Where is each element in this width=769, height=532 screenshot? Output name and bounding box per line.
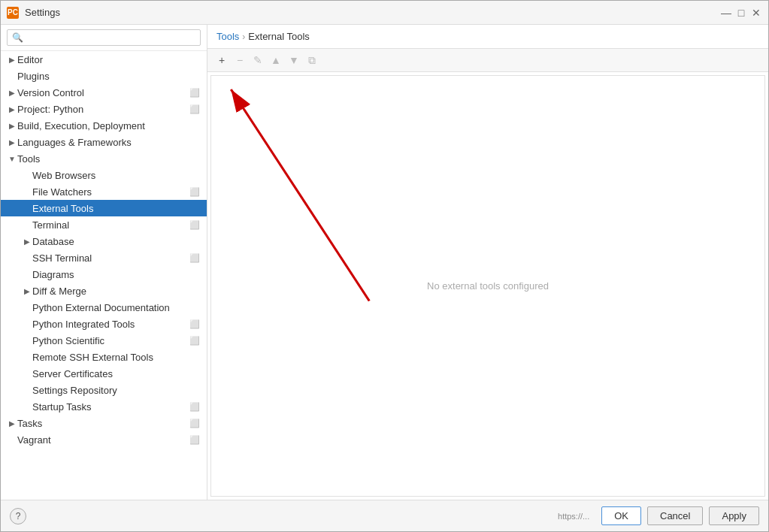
bottom-bar: ? https://... OK Cancel Apply — [1, 500, 768, 531]
expand-icon: ▶ — [7, 87, 17, 98]
sidebar-item-label: Tasks — [17, 418, 189, 429]
sidebar-item-build-execution[interactable]: ▶ Build, Execution, Deployment — [1, 117, 207, 134]
content-area: No external tools configured — [210, 75, 765, 497]
ok-button[interactable]: OK — [601, 506, 641, 525]
help-button[interactable]: ? — [10, 508, 26, 524]
sidebar-item-plugins[interactable]: ▶ Plugins — [1, 68, 207, 84]
sidebar-item-diff-merge[interactable]: ▶ Diff & Merge — [1, 283, 207, 299]
title-bar-left: PC Settings — [7, 7, 60, 19]
right-panel: Tools › External Tools + − ✎ ▲ ▼ ⧉ No ex… — [207, 25, 768, 500]
add-button[interactable]: + — [213, 52, 230, 68]
expand-icon: ▶ — [7, 104, 17, 114]
sidebar-item-tools[interactable]: ▼ Tools — [1, 150, 207, 167]
title-bar: PC Settings — □ ✕ — [1, 1, 768, 25]
sidebar-item-project-python[interactable]: ▶ Project: Python ⬜ — [1, 101, 207, 117]
expand-icon: ▶ — [7, 137, 17, 147]
badge-icon: ⬜ — [189, 318, 201, 330]
badge-icon: ⬜ — [189, 86, 201, 98]
remove-button[interactable]: − — [232, 52, 248, 68]
badge-icon: ⬜ — [189, 434, 201, 446]
breadcrumb-parent[interactable]: Tools — [216, 31, 239, 42]
sidebar-item-label: Tools — [17, 153, 201, 165]
sidebar-item-label: Web Browsers — [32, 170, 201, 181]
sidebar-item-label: Terminal — [32, 219, 189, 231]
sidebar-item-label: Version Control — [17, 87, 189, 98]
sidebar-item-tasks[interactable]: ▶ Tasks ⬜ — [1, 415, 207, 431]
sidebar-item-vagrant[interactable]: ▶ Vagrant ⬜ — [1, 431, 207, 448]
badge-icon: ⬜ — [189, 401, 201, 413]
toolbar: + − ✎ ▲ ▼ ⧉ — [207, 49, 768, 72]
sidebar-item-web-browsers[interactable]: ▶ Web Browsers — [1, 167, 207, 183]
badge-icon: ⬜ — [189, 103, 201, 115]
sidebar-item-remote-ssh[interactable]: ▶ Remote SSH External Tools — [1, 349, 207, 365]
move-down-button[interactable]: ▼ — [286, 52, 302, 68]
breadcrumb-separator: › — [242, 32, 245, 42]
app-icon: PC — [7, 7, 19, 19]
badge-icon: ⬜ — [189, 417, 201, 429]
sidebar-item-label: Startup Tasks — [32, 401, 189, 413]
sidebar-item-label: SSH Terminal — [32, 252, 189, 264]
nav-tree: ▶ Editor ▶ Plugins ▶ Version Control ⬜ ▶ — [1, 51, 207, 500]
expand-icon: ▶ — [7, 418, 17, 428]
sidebar-item-file-watchers[interactable]: ▶ File Watchers ⬜ — [1, 183, 207, 200]
close-button[interactable]: ✕ — [750, 7, 762, 19]
svg-line-1 — [231, 89, 369, 301]
sidebar-item-label: External Tools — [32, 203, 201, 214]
sidebar-item-label: Settings Repository — [32, 385, 201, 396]
sidebar-item-label: Python Scientific — [32, 335, 189, 346]
sidebar-item-languages-frameworks[interactable]: ▶ Languages & Frameworks — [1, 134, 207, 150]
window-title: Settings — [25, 7, 60, 18]
sidebar-item-diagrams[interactable]: ▶ Diagrams — [1, 266, 207, 283]
expand-icon: ▶ — [7, 120, 17, 131]
sidebar-item-editor[interactable]: ▶ Editor — [1, 51, 207, 68]
apply-button[interactable]: Apply — [709, 506, 759, 525]
status-text: https://... — [558, 512, 589, 521]
sidebar-item-settings-repository[interactable]: ▶ Settings Repository — [1, 382, 207, 398]
sidebar-item-version-control[interactable]: ▶ Version Control ⬜ — [1, 84, 207, 101]
badge-icon: ⬜ — [189, 252, 201, 264]
sidebar-item-ssh-terminal[interactable]: ▶ SSH Terminal ⬜ — [1, 249, 207, 266]
empty-message: No external tools configured — [427, 280, 549, 292]
cancel-button[interactable]: Cancel — [647, 506, 703, 525]
expand-icon: ▼ — [7, 153, 17, 164]
sidebar-item-label: Project: Python — [17, 104, 189, 115]
sidebar-item-startup-tasks[interactable]: ▶ Startup Tasks ⬜ — [1, 398, 207, 415]
sidebar-item-python-ext-doc[interactable]: ▶ Python External Documentation — [1, 299, 207, 316]
sidebar-item-label: Plugins — [17, 71, 201, 82]
badge-icon: ⬜ — [189, 186, 201, 198]
copy-button[interactable]: ⧉ — [304, 52, 320, 68]
expand-icon: ▶ — [7, 54, 17, 65]
breadcrumb-current: External Tools — [248, 31, 309, 42]
sidebar-item-server-certificates[interactable]: ▶ Server Certificates — [1, 365, 207, 382]
badge-icon: ⬜ — [189, 219, 201, 231]
sidebar-item-label: Diagrams — [32, 269, 201, 280]
sidebar-item-label: Languages & Frameworks — [17, 137, 201, 148]
sidebar-item-label: Diff & Merge — [32, 286, 201, 297]
sidebar-item-python-integrated[interactable]: ▶ Python Integrated Tools ⬜ — [1, 316, 207, 332]
sidebar-item-label: Vagrant — [17, 434, 189, 446]
edit-button[interactable]: ✎ — [250, 52, 266, 68]
maximize-button[interactable]: □ — [735, 7, 747, 19]
sidebar-item-database[interactable]: ▶ Database — [1, 233, 207, 249]
badge-icon: ⬜ — [189, 334, 201, 346]
sidebar-item-label: Remote SSH External Tools — [32, 352, 201, 363]
sidebar-item-external-tools[interactable]: ▶ External Tools — [1, 200, 207, 216]
window-controls: — □ ✕ — [720, 7, 762, 19]
sidebar-item-label: Python Integrated Tools — [32, 319, 189, 330]
search-bar — [1, 25, 207, 51]
sidebar: ▶ Editor ▶ Plugins ▶ Version Control ⬜ ▶ — [1, 25, 207, 500]
sidebar-item-label: File Watchers — [32, 186, 189, 198]
sidebar-item-label: Build, Execution, Deployment — [17, 120, 201, 131]
sidebar-item-label: Database — [32, 236, 201, 247]
breadcrumb: Tools › External Tools — [207, 25, 768, 49]
sidebar-item-terminal[interactable]: ▶ Terminal ⬜ — [1, 216, 207, 233]
search-input[interactable] — [7, 29, 201, 46]
sidebar-item-label: Server Certificates — [32, 368, 201, 379]
settings-window: PC Settings — □ ✕ ▶ Editor ▶ — [0, 0, 769, 532]
main-content: ▶ Editor ▶ Plugins ▶ Version Control ⬜ ▶ — [1, 25, 768, 500]
sidebar-item-label: Python External Documentation — [32, 302, 201, 313]
sidebar-item-python-scientific[interactable]: ▶ Python Scientific ⬜ — [1, 332, 207, 349]
sidebar-item-label: Editor — [17, 54, 201, 65]
move-up-button[interactable]: ▲ — [268, 52, 284, 68]
minimize-button[interactable]: — — [720, 7, 732, 19]
